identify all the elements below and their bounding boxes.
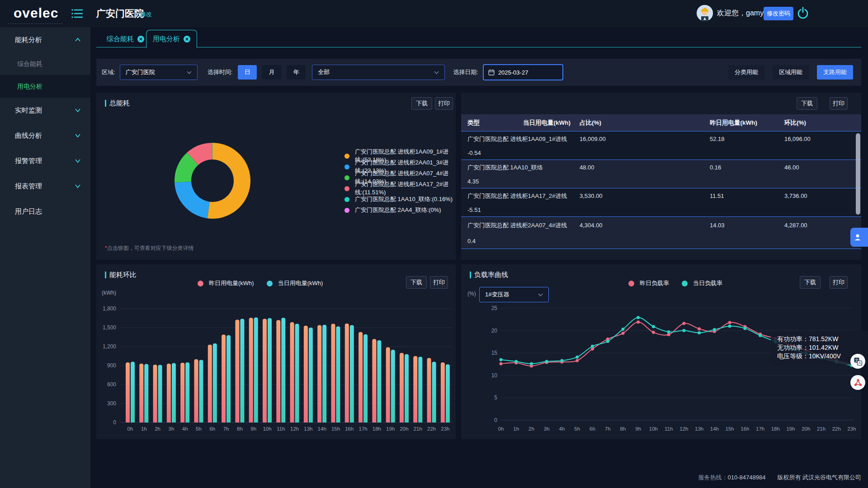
svg-text:15: 15 — [491, 350, 498, 356]
bar-yesterday-7 — [222, 334, 226, 422]
extension-float-button[interactable] — [850, 375, 865, 390]
load-rate-panel: 负载率曲线 昨日负载率当日负载率 下载 打印 (%) 1#变压器 0510152… — [461, 264, 861, 439]
chevron-down-icon — [75, 133, 80, 138]
bar-yesterday-3 — [167, 364, 171, 422]
area-select[interactable]: 广安门医院 — [120, 65, 198, 80]
chevron-down-icon — [75, 108, 80, 113]
legend-label: 广安门医院总配 1AA10_联络:(0.16%) — [355, 195, 453, 203]
tab-electricity-analysis[interactable]: 用电分析 — [146, 30, 197, 48]
print-button[interactable]: 打印 — [435, 97, 453, 110]
svg-text:900: 900 — [107, 362, 116, 369]
table-row-1[interactable]: 广安门医院总配 1AA10_联络48.000.1646.004.35 — [461, 160, 861, 188]
tab-label: 用电分析 — [153, 35, 180, 43]
svg-text:0h: 0h — [127, 426, 133, 432]
svg-text:20h: 20h — [802, 426, 810, 432]
svg-text:17h: 17h — [756, 426, 764, 432]
scope-select[interactable]: 全部 — [312, 65, 445, 80]
total-energy-panel: 总能耗 下载 打印 广安门医院总配 进线柜1AA09_1#进线:(52.18%)… — [96, 93, 456, 260]
table-row-3[interactable]: 广安门医院总配 进线柜2AA07_4#进线4,304.0014.034,287.… — [461, 217, 861, 249]
svg-text:20: 20 — [491, 328, 498, 334]
tab-bar: 综合能耗 用电分析 — [90, 27, 868, 47]
sidebar-item-0[interactable]: 能耗分析 — [0, 27, 90, 52]
svg-text:8h: 8h — [237, 426, 243, 432]
point-1-12 — [682, 329, 685, 332]
cell-value: 4.35 — [467, 178, 523, 185]
table-row-0[interactable]: 广安门医院总配 进线柜1AA09_1#进线16,009.0052.1816,09… — [461, 131, 861, 160]
sidebar-item-3[interactable]: 报警管理 — [0, 148, 90, 174]
svg-text:15h: 15h — [331, 426, 340, 432]
sidebar-item-1[interactable]: 实时监测 — [0, 98, 90, 123]
footer: 服务热线：010-84748984 版权所有 武汉光谷电气有限公司 — [698, 474, 861, 482]
cell-value: 11.51 — [710, 192, 784, 199]
download-button[interactable]: 下载 — [797, 97, 817, 110]
network-nodes-icon — [854, 378, 863, 387]
bar-today-2 — [158, 365, 162, 422]
branch-energy-button[interactable]: 支路用能 — [817, 65, 853, 80]
pie-note: *点击饼图，可查看对应下级分类详情 — [105, 244, 194, 252]
bar-yesterday-17 — [359, 332, 363, 422]
bar-yesterday-21 — [413, 356, 417, 422]
calendar-icon — [488, 69, 495, 75]
sidebar-item-5[interactable]: 用户日志 — [0, 199, 90, 224]
point-0-15 — [728, 321, 731, 324]
sidebar-subitem-label: 综合能耗 — [17, 60, 42, 67]
sidebar-subitem-0-0[interactable]: 综合能耗 — [0, 52, 90, 75]
svg-text:16h: 16h — [741, 426, 749, 432]
svg-text:11h: 11h — [277, 426, 285, 432]
point-0-12 — [682, 322, 685, 325]
svg-text:1,800: 1,800 — [103, 305, 116, 312]
point-0-9 — [637, 320, 640, 324]
table-row-2[interactable]: 广安门医院总配 进线柜1AA17_2#进线3,530.0011.513,736.… — [461, 188, 861, 217]
legend-item-5[interactable]: 广安门医院总配 2AA4_联络:(0%) — [344, 205, 456, 216]
time-day-button[interactable]: 日 — [238, 65, 257, 80]
tab-close-icon[interactable] — [184, 36, 190, 42]
point-0-0 — [500, 362, 503, 366]
sidebar-item-label: 实时监测 — [15, 106, 42, 114]
point-0-8 — [621, 332, 624, 335]
download-button[interactable]: 下载 — [411, 97, 432, 110]
edit-site-link[interactable]: 修改 — [140, 10, 152, 19]
point-0-6 — [591, 347, 594, 351]
legend-item-4[interactable]: 广安门医院总配 1AA10_联络:(0.16%) — [344, 194, 456, 205]
bar-chart[interactable]: 03006009001,2001,5001,8000h1h2h3h4h5h6h7… — [96, 264, 456, 439]
pie-slice-1[interactable] — [175, 182, 210, 218]
print-button[interactable]: 打印 — [830, 97, 848, 110]
cell-value: 16,096.00 — [784, 136, 861, 142]
cell-type: 广安门医院总配 1AA10_联络 — [467, 163, 574, 172]
tab-close-icon[interactable] — [137, 36, 144, 42]
table-header-cell: 当日用电量(kWh) — [523, 119, 580, 127]
point-1-11 — [667, 330, 670, 333]
tab-comprehensive-energy[interactable]: 综合能耗 — [100, 30, 151, 47]
bar-today-7 — [226, 335, 231, 422]
svg-text:18h: 18h — [771, 426, 780, 432]
bar-today-18 — [377, 340, 381, 422]
sidebar-item-label: 用户日志 — [15, 207, 42, 215]
sidebar-item-4[interactable]: 报表管理 — [0, 174, 90, 199]
sidebar-item-2[interactable]: 曲线分析 — [0, 123, 90, 148]
point-1-2 — [530, 362, 533, 366]
svg-text:17h: 17h — [359, 426, 368, 432]
sidebar-menu: 能耗分析综合能耗用电分析实时监测曲线分析报警管理报表管理用户日志 — [0, 27, 90, 488]
svg-text:21h: 21h — [414, 426, 422, 432]
svg-text:10: 10 — [491, 372, 498, 379]
menu-collapse-icon[interactable] — [71, 8, 84, 19]
donut-chart[interactable] — [96, 113, 349, 262]
table-scrollbar[interactable] — [856, 133, 860, 215]
category-energy-button[interactable]: 分类用能 — [728, 65, 764, 80]
region-energy-button[interactable]: 区域用能 — [773, 65, 809, 80]
time-month-button[interactable]: 月 — [262, 65, 281, 80]
pie-slice-0[interactable] — [208, 143, 250, 219]
point-1-4 — [560, 359, 563, 362]
translate-float-button[interactable]: 文 A — [850, 354, 865, 369]
logout-power-icon[interactable] — [797, 5, 809, 22]
change-password-button[interactable]: 修改密码 — [764, 7, 793, 20]
date-picker[interactable]: 2025-03-27 — [483, 64, 563, 80]
tooltip-line: 有功功率：781.52KW — [777, 335, 866, 343]
bar-yesterday-19 — [386, 347, 390, 422]
collapsed-panel-tab[interactable] — [850, 228, 868, 247]
svg-text:15h: 15h — [726, 426, 734, 432]
sidebar-subitem-0-1[interactable]: 用电分析 — [0, 75, 90, 98]
time-year-button[interactable]: 年 — [287, 65, 306, 80]
legend-dot — [344, 186, 349, 191]
legend-item-3[interactable]: 广安门医院总配 进线柜1AA17_2#进线:(11.51%) — [344, 183, 456, 194]
